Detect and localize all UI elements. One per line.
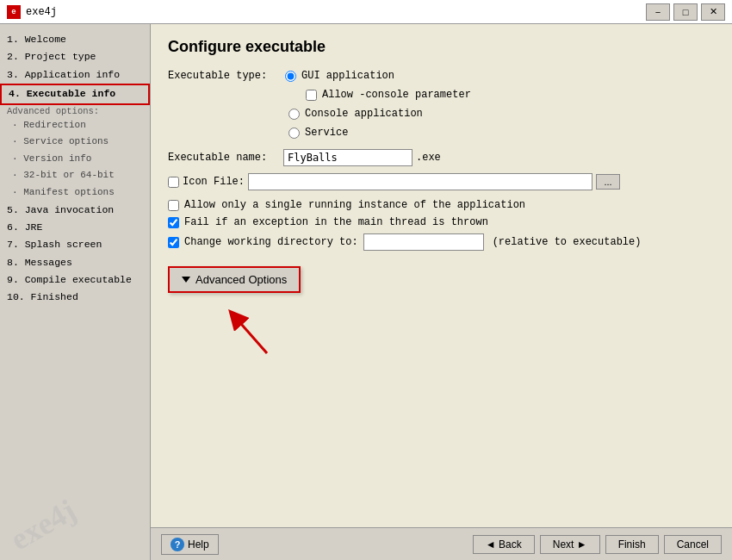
sidebar: 1. Welcome 2. Project type 3. Applicatio…	[0, 24, 151, 560]
page-title: Configure executable	[168, 38, 715, 56]
close-button[interactable]: ✕	[701, 3, 725, 21]
service-row: Service	[288, 127, 715, 139]
gui-app-label: GUI application	[301, 70, 394, 82]
sidebar-item-finished[interactable]: 10. Finished	[0, 289, 150, 306]
fail-exception-checkbox[interactable]	[168, 217, 179, 228]
sidebar-item-messages[interactable]: 8. Messages	[0, 254, 150, 271]
help-label: Help	[188, 538, 209, 551]
sidebar-item-project-type[interactable]: 2. Project type	[0, 48, 150, 65]
finish-button[interactable]: Finish	[605, 535, 659, 554]
sidebar-item-java-invocation[interactable]: 5. Java invocation	[0, 202, 150, 219]
executable-type-label: Executable type:	[168, 70, 280, 82]
service-radio[interactable]	[288, 128, 300, 139]
cancel-button[interactable]: Cancel	[664, 535, 722, 554]
fail-exception-row: Fail if an exception in the main thread …	[168, 216, 715, 228]
fail-exception-label: Fail if an exception in the main thread …	[184, 216, 488, 228]
icon-file-input[interactable]	[248, 173, 592, 190]
sidebar-item-service-options[interactable]: · Service options	[0, 134, 150, 151]
sidebar-item-compile-executable[interactable]: 9. Compile executable	[0, 271, 150, 289]
allow-console-row: Allow -console parameter	[306, 89, 715, 101]
content-inner: Configure executable Executable type: GU…	[151, 24, 732, 527]
sidebar-item-application-info[interactable]: 3. Application info	[0, 66, 150, 84]
icon-file-checkbox[interactable]	[168, 177, 179, 188]
advanced-options-label: Advanced Options	[195, 273, 287, 286]
working-dir-row: Change working directory to: (relative t…	[168, 233, 715, 251]
red-arrow-icon	[220, 302, 280, 358]
allow-console-label: Allow -console parameter	[322, 89, 471, 101]
exe-name-input[interactable]	[283, 149, 413, 166]
footer: ? Help ◄ Back Next ► Finish Cancel	[151, 527, 732, 560]
advanced-options-button[interactable]: Advanced Options	[168, 266, 301, 293]
sidebar-item-redirection[interactable]: · Redirection	[0, 117, 150, 134]
sidebar-item-splash-screen[interactable]: 7. Splash screen	[0, 236, 150, 253]
working-dir-checkbox[interactable]	[168, 237, 179, 248]
single-instance-checkbox[interactable]	[168, 200, 179, 211]
exe-name-label: Executable name:	[168, 152, 280, 164]
icon-file-label: Icon File:	[183, 176, 245, 188]
console-app-label: Console application	[305, 108, 423, 120]
window-controls: − □ ✕	[646, 3, 725, 21]
app-title: exe4j	[26, 6, 57, 18]
exe-ext-label: .exe	[416, 152, 441, 164]
relative-label: (relative to executable)	[493, 236, 642, 248]
content-area: Configure executable Executable type: GU…	[151, 24, 732, 560]
back-button[interactable]: ◄ Back	[473, 535, 535, 554]
executable-type-row: Executable type: GUI application	[168, 70, 715, 82]
service-label: Service	[305, 127, 348, 139]
next-button[interactable]: Next ►	[540, 535, 600, 554]
maximize-button[interactable]: □	[673, 3, 698, 21]
icon-browse-button[interactable]: ...	[596, 174, 620, 190]
main-window: 1. Welcome 2. Project type 3. Applicatio…	[0, 24, 732, 560]
gui-app-radio[interactable]	[285, 71, 296, 82]
app-icon: e	[7, 5, 21, 19]
sidebar-advanced-options-label: Advanced options:	[0, 105, 150, 117]
icon-file-row: Icon File: ...	[168, 173, 715, 190]
help-button[interactable]: ? Help	[161, 534, 219, 555]
sidebar-item-jre[interactable]: 6. JRE	[0, 219, 150, 236]
title-bar: e exe4j − □ ✕	[0, 0, 732, 24]
arrow-annotation	[220, 302, 715, 361]
working-dir-label: Change working directory to:	[184, 236, 358, 248]
help-icon: ?	[171, 538, 184, 551]
console-app-radio[interactable]	[288, 109, 300, 120]
allow-console-checkbox[interactable]	[306, 90, 317, 101]
watermark: exe4j	[4, 492, 82, 557]
sidebar-item-manifest-options[interactable]: · Manifest options	[0, 184, 150, 202]
sidebar-item-32-64bit[interactable]: · 32-bit or 64-bit	[0, 167, 150, 184]
sidebar-item-welcome[interactable]: 1. Welcome	[0, 31, 150, 48]
working-dir-input[interactable]	[363, 233, 484, 251]
single-instance-row: Allow only a single running instance of …	[168, 199, 715, 211]
single-instance-label: Allow only a single running instance of …	[184, 199, 525, 211]
sidebar-item-version-info[interactable]: · Version info	[0, 151, 150, 168]
console-app-row: Console application	[288, 108, 715, 120]
triangle-down-icon	[182, 277, 190, 283]
exe-name-row: Executable name: .exe	[168, 149, 715, 166]
sidebar-item-executable-info[interactable]: 4. Executable info	[0, 84, 150, 104]
title-bar-left: e exe4j	[7, 5, 57, 19]
svg-line-1	[235, 317, 267, 353]
footer-nav: ◄ Back Next ► Finish Cancel	[473, 535, 722, 554]
minimize-button[interactable]: −	[646, 3, 670, 21]
